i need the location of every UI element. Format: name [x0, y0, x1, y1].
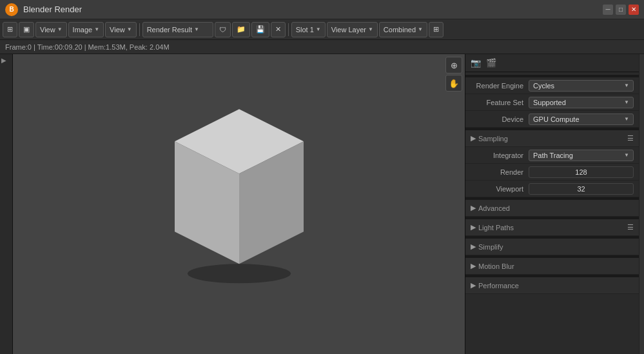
status-text: Frame:0 | Time:00:09.20 | Mem:1.53M, Pea… — [5, 43, 170, 51]
render-engine-dropdown[interactable]: Cycles ▼ — [529, 80, 634, 92]
chevron-down-icon: ▼ — [624, 99, 629, 105]
chevron-down-icon: ▼ — [127, 26, 132, 32]
render-result-label: Render Result — [147, 26, 192, 34]
image-label: Image — [73, 26, 93, 34]
svg-point-3 — [188, 264, 291, 283]
motion-blur-label: Motion Blur — [478, 262, 514, 270]
device-dropdown[interactable]: GPU Compute ▼ — [529, 113, 634, 125]
sampling-section[interactable]: ▶ Sampling ☰ — [465, 130, 639, 147]
view3-label: View — [110, 26, 125, 34]
right-strip — [639, 54, 644, 354]
pan-icon: ✋ — [449, 79, 459, 88]
chevron-down-icon: ▼ — [194, 26, 199, 32]
integrator-row: Integrator Path Tracing ▼ — [465, 147, 639, 164]
zoom-btn[interactable]: ⊕ — [445, 57, 462, 74]
histogram-icon: ⊞ — [433, 25, 439, 34]
sampling-label: Sampling — [478, 135, 508, 143]
status-bar: Frame:0 | Time:00:09.20 | Mem:1.53M, Pea… — [0, 40, 644, 54]
list-icon2: ☰ — [627, 223, 634, 231]
feature-set-dropdown[interactable]: Supported ▼ — [529, 97, 634, 108]
integrator-label: Integrator — [471, 152, 529, 159]
chevron-down-icon: ▼ — [624, 83, 629, 88]
section-collapse-icon: ▶ — [471, 134, 476, 143]
folder-btn[interactable]: 📁 — [232, 22, 250, 37]
feature-set-value: Supported — [533, 99, 566, 106]
side-panel: 📷 🎬 Render Engine Cycles ▼ Feature Set S… — [465, 54, 639, 354]
collapse-icon2: ▶ — [471, 223, 476, 231]
save-btn[interactable]: 💾 — [251, 22, 269, 37]
camera-icon[interactable]: 📷 — [468, 55, 483, 71]
app-logo: B — [5, 3, 18, 16]
chevron-down-icon: ▼ — [624, 152, 629, 158]
integrator-value: Path Tracing — [533, 152, 573, 159]
simplify-section[interactable]: ▶ Simplify — [465, 239, 639, 255]
collapse-icon5: ▶ — [471, 281, 476, 290]
image-icon-btn[interactable]: ▣ — [19, 22, 34, 37]
render-engine-row: Render Engine Cycles ▼ — [465, 77, 639, 94]
integrator-dropdown[interactable]: Path Tracing ▼ — [529, 150, 634, 161]
motion-blur-section[interactable]: ▶ Motion Blur — [465, 258, 639, 275]
render-result-dropdown[interactable]: Render Result ▼ — [142, 22, 213, 37]
chevron-down-icon: ▼ — [316, 26, 321, 32]
render-label: Render — [471, 168, 529, 176]
close-button[interactable]: ✕ — [629, 5, 639, 15]
view-label: View — [40, 26, 55, 34]
viewport-samples-value: 32 — [577, 185, 585, 193]
x-icon: ✕ — [275, 25, 281, 34]
chevron-down-icon: ▼ — [368, 26, 373, 32]
render-viewport[interactable]: ⊕ ✋ — [13, 54, 465, 354]
collapse-icon3: ▶ — [471, 242, 476, 251]
window-controls: ─ □ ✕ — [603, 5, 639, 15]
advanced-label: Advanced — [478, 204, 510, 212]
view-layer-label: View Layer — [331, 26, 366, 34]
view3-dropdown[interactable]: View ▼ — [105, 22, 137, 37]
viewport-controls: ⊕ ✋ — [445, 57, 462, 92]
performance-section[interactable]: ▶ Performance — [465, 277, 639, 294]
device-label: Device — [471, 115, 529, 123]
grid-icon: ⊞ — [7, 25, 13, 34]
device-value: GPU Compute — [533, 115, 580, 123]
list-icon: ☰ — [627, 134, 634, 143]
render-samples-row: Render 128 — [465, 164, 639, 181]
simplify-label: Simplify — [478, 243, 503, 251]
collapse-icon4: ▶ — [471, 262, 476, 270]
chevron-down-icon: ▼ — [624, 116, 629, 122]
image-icon: ▣ — [23, 25, 30, 34]
render-icon[interactable]: 🎬 — [483, 55, 499, 71]
feature-set-row: Feature Set Supported ▼ — [465, 94, 639, 111]
slot-dropdown[interactable]: Slot 1 ▼ — [291, 22, 326, 37]
maximize-button[interactable]: □ — [616, 5, 626, 15]
light-paths-label: Light Paths — [478, 224, 514, 231]
combined-label: Combined — [384, 26, 416, 34]
histogram-btn[interactable]: ⊞ — [429, 22, 444, 37]
viewport-label: Viewport — [471, 185, 529, 193]
view-icon-btn[interactable]: ⊞ — [3, 22, 17, 37]
shield-btn[interactable]: 🛡 — [215, 22, 231, 37]
chevron-down-icon: ▼ — [418, 26, 423, 32]
image-dropdown[interactable]: Image ▼ — [68, 22, 104, 37]
close-render-btn[interactable]: ✕ — [271, 22, 286, 37]
render-engine-value: Cycles — [533, 82, 554, 90]
render-samples-value: 128 — [575, 168, 587, 176]
feature-set-label: Feature Set — [471, 99, 529, 106]
separator — [139, 23, 140, 36]
zoom-icon: ⊕ — [451, 61, 458, 70]
separator2 — [288, 23, 289, 36]
combined-dropdown[interactable]: Combined ▼ — [379, 22, 427, 37]
render-samples-input[interactable]: 128 — [529, 166, 634, 178]
pan-btn[interactable]: ✋ — [445, 75, 462, 92]
chevron-down-icon: ▼ — [57, 26, 63, 32]
left-sidebar: ▶ — [0, 54, 13, 354]
viewport-samples-row: Viewport 32 — [465, 181, 639, 197]
panel-header: 📷 🎬 — [465, 54, 639, 72]
view-layer-dropdown[interactable]: View Layer ▼ — [327, 22, 378, 37]
light-paths-section[interactable]: ▶ Light Paths ☰ — [465, 219, 639, 236]
viewport-samples-input[interactable]: 32 — [529, 183, 634, 195]
minimize-button[interactable]: ─ — [603, 5, 613, 15]
view-dropdown[interactable]: View ▼ — [35, 22, 67, 37]
collapse-icon: ▶ — [471, 204, 476, 212]
advanced-section[interactable]: ▶ Advanced — [465, 200, 639, 217]
title-bar: B Blender Render ─ □ ✕ — [0, 0, 644, 19]
render-engine-label: Render Engine — [471, 82, 529, 90]
toolbar: ⊞ ▣ View ▼ Image ▼ View ▼ Render Result … — [0, 19, 644, 40]
